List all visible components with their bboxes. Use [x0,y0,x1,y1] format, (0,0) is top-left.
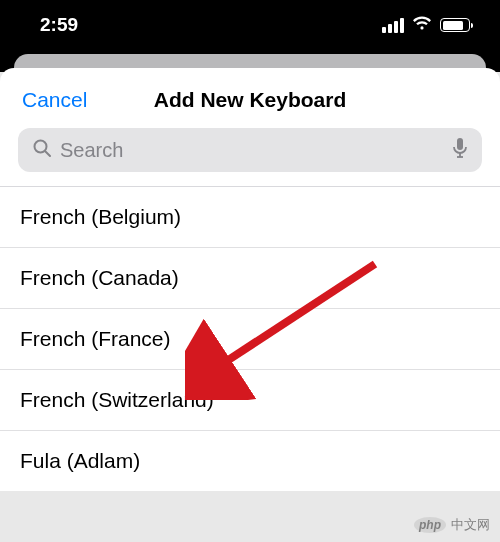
search-input[interactable]: Search [60,139,444,162]
search-icon [32,138,52,162]
mic-icon[interactable] [452,137,468,163]
list-item[interactable]: French (Switzerland) [0,370,500,431]
watermark-text: 中文网 [451,516,490,534]
watermark: php 中文网 [414,516,490,534]
wifi-icon [412,15,432,36]
status-right [382,15,470,36]
cellular-signal-icon [382,18,404,33]
list-item[interactable]: French (Canada) [0,248,500,309]
status-bar: 2:59 [0,0,500,50]
list-item-label: French (France) [20,327,171,350]
status-time: 2:59 [40,14,78,36]
list-item[interactable]: French (Belgium) [0,187,500,248]
list-item-label: French (Switzerland) [20,388,214,411]
watermark-logo: php [414,517,446,533]
modal-sheet: Cancel Add New Keyboard Search French (B… [0,68,500,491]
keyboard-list: French (Belgium) French (Canada) French … [0,187,500,491]
sheet-header: Cancel Add New Keyboard [0,68,500,128]
list-item-label: French (Belgium) [20,205,181,228]
list-item[interactable]: French (France) [0,309,500,370]
cancel-button[interactable]: Cancel [22,88,87,112]
search-field[interactable]: Search [18,128,482,172]
svg-rect-2 [457,138,463,150]
list-item-label: Fula (Adlam) [20,449,140,472]
battery-icon [440,18,470,32]
svg-line-1 [45,151,50,156]
list-item-label: French (Canada) [20,266,179,289]
list-item[interactable]: Fula (Adlam) [0,431,500,491]
